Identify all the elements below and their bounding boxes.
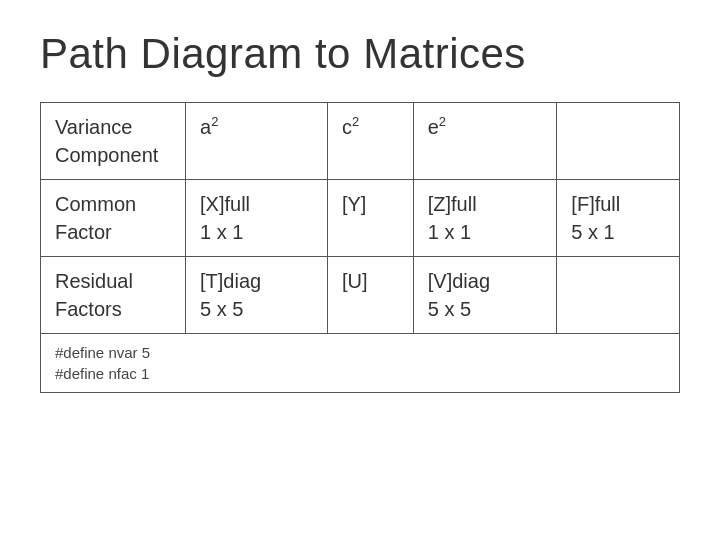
header-label-variance: Variance Component bbox=[55, 116, 158, 166]
page: Path Diagram to Matrices Variance Compon… bbox=[0, 0, 720, 540]
u-label: [U] bbox=[342, 270, 368, 292]
common-factor-col5: [F]full 5 x 1 bbox=[557, 180, 680, 257]
ffull-label: [F]full bbox=[571, 193, 620, 215]
header-col5 bbox=[557, 103, 680, 180]
tdiag-size: 5 x 5 bbox=[200, 298, 243, 320]
zfull-label: [Z]full bbox=[428, 193, 477, 215]
residual-factors-col3: [U] bbox=[327, 257, 413, 334]
footer-cell: #define nvar 5 #define nfac 1 bbox=[41, 334, 680, 393]
common-factor-row: CommonFactor [X]full 1 x 1 [Y] [Z]full 1… bbox=[41, 180, 680, 257]
common-factor-label: CommonFactor bbox=[41, 180, 186, 257]
footer-row: #define nvar 5 #define nfac 1 bbox=[41, 334, 680, 393]
residual-factors-row: ResidualFactors [T]diag 5 x 5 [U] [V]dia… bbox=[41, 257, 680, 334]
header-col3: c2 bbox=[327, 103, 413, 180]
common-factor-col2: [X]full 1 x 1 bbox=[186, 180, 328, 257]
define-nfac: #define nfac 1 bbox=[55, 365, 149, 382]
header-col2: a2 bbox=[186, 103, 328, 180]
common-factor-col3: [Y] bbox=[327, 180, 413, 257]
ffull-size: 5 x 1 bbox=[571, 221, 614, 243]
common-factor-col4: [Z]full 1 x 1 bbox=[413, 180, 557, 257]
vdiag-size: 5 x 5 bbox=[428, 298, 471, 320]
header-col4: e2 bbox=[413, 103, 557, 180]
header-row: Variance Component a2 c2 e2 bbox=[41, 103, 680, 180]
residual-factors-col4: [V]diag 5 x 5 bbox=[413, 257, 557, 334]
residual-factors-col2: [T]diag 5 x 5 bbox=[186, 257, 328, 334]
residual-factors-col5 bbox=[557, 257, 680, 334]
tdiag-label: [T]diag bbox=[200, 270, 261, 292]
xfull-label: [X]full bbox=[200, 193, 250, 215]
xfull-size: 1 x 1 bbox=[200, 221, 243, 243]
matrix-table: Variance Component a2 c2 e2 CommonFactor… bbox=[40, 102, 680, 393]
y-label: [Y] bbox=[342, 193, 366, 215]
residual-factors-label: ResidualFactors bbox=[41, 257, 186, 334]
define-nvar: #define nvar 5 bbox=[55, 344, 150, 361]
zfull-size: 1 x 1 bbox=[428, 221, 471, 243]
header-col1: Variance Component bbox=[41, 103, 186, 180]
vdiag-label: [V]diag bbox=[428, 270, 490, 292]
page-title: Path Diagram to Matrices bbox=[40, 30, 680, 78]
